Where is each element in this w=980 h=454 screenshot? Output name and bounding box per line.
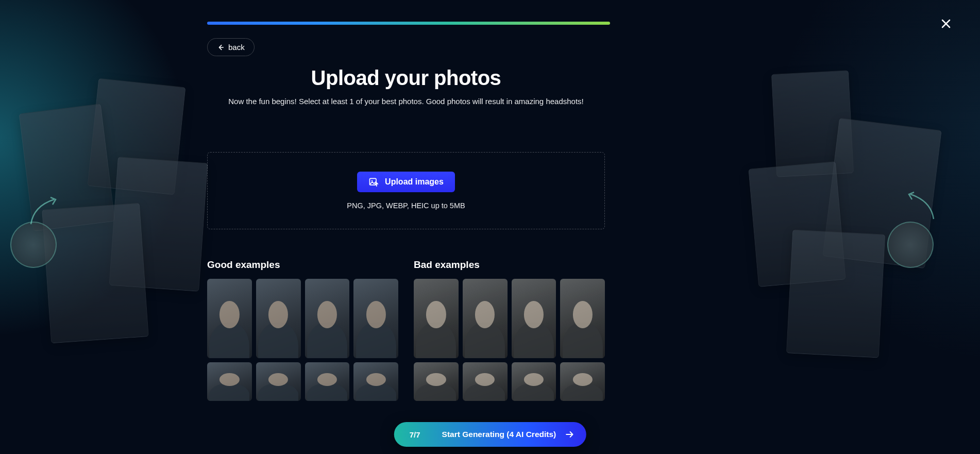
bad-example-image (560, 279, 605, 358)
bad-example-image (414, 279, 459, 358)
good-examples-section: Good examples (207, 259, 398, 401)
bad-example-image (463, 362, 508, 400)
bad-example-image (512, 279, 556, 358)
close-icon (940, 18, 952, 30)
decorative-cards-right (764, 72, 970, 381)
arrow-left-icon (217, 44, 224, 51)
image-upload-icon (368, 177, 379, 187)
bad-example-image (560, 362, 605, 400)
bad-examples-title: Bad examples (414, 259, 605, 271)
progress-bar (207, 22, 610, 25)
good-example-image (256, 279, 301, 358)
decorative-cards-left (10, 77, 216, 386)
svg-point-1 (371, 180, 373, 182)
upload-hint: PNG, JPG, WEBP, HEIC up to 5MB (347, 201, 465, 210)
upload-images-button[interactable]: Upload images (357, 172, 455, 192)
close-button[interactable] (938, 15, 954, 32)
good-examples-title: Good examples (207, 259, 398, 271)
upload-dropzone[interactable]: Upload images PNG, JPG, WEBP, HEIC up to… (207, 152, 605, 229)
good-example-image (256, 362, 301, 400)
bad-examples-section: Bad examples (414, 259, 605, 401)
arrow-right-icon (564, 429, 575, 440)
back-button[interactable]: back (207, 38, 255, 56)
bad-example-image (512, 362, 556, 400)
good-example-image (353, 279, 398, 358)
bad-example-image (463, 279, 508, 358)
good-example-image (353, 362, 398, 400)
page-subtitle: Now the fun begins! Select at least 1 of… (207, 97, 605, 106)
start-generating-button[interactable]: 7/7 Start Generating (4 AI Credits) (394, 422, 586, 447)
upload-button-label: Upload images (385, 177, 444, 187)
good-example-image (305, 279, 350, 358)
back-label: back (228, 43, 245, 52)
bad-example-image (414, 362, 459, 400)
good-example-image (207, 279, 252, 358)
step-indicator: 7/7 (394, 430, 434, 439)
good-example-image (305, 362, 350, 400)
start-generating-label: Start Generating (4 AI Credits) (434, 430, 565, 439)
page-title: Upload your photos (207, 66, 605, 90)
good-example-image (207, 362, 252, 400)
